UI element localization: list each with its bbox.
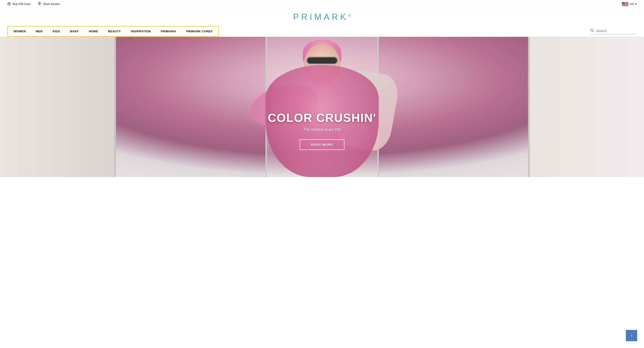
nav-items-container: WOMEN MEN KIDS BABY HOME BEAUTY INSPIRAT… [7,26,219,37]
svg-rect-14 [622,5,628,6]
svg-rect-11 [622,4,628,5]
search-area[interactable] [590,28,637,34]
hero-door-right [528,37,644,177]
search-icon [590,28,594,33]
nav-item-kids[interactable]: KIDS [48,26,65,36]
top-bar-left: Buy Gift Card Store locator [7,2,60,6]
logo-text: PRIMARK [293,12,348,22]
hero-cta-button[interactable]: READ MORE [300,139,344,150]
hero-door-left [0,37,116,177]
gift-icon [7,2,11,6]
person-glasses [306,56,338,64]
search-input[interactable] [596,29,637,33]
hero-person [232,37,413,177]
svg-rect-12 [622,5,628,5]
svg-rect-13 [622,5,628,5]
country-selector[interactable]: ★★★★★★ ★★★★★ ★★★★★★ ★★★★★ ★★★★★★ US ▾ [622,2,637,6]
nav-item-men[interactable]: MEN [31,26,48,36]
svg-point-22 [591,29,593,31]
svg-rect-10 [622,4,628,4]
nav-item-primark-cares[interactable]: PRIMARK CARES [181,26,218,36]
nav-item-primania[interactable]: PRIMANIA [156,26,181,36]
nav-item-women[interactable]: WOMEN [8,26,31,36]
logo-symbol: ® [348,13,351,17]
header: PRIMARK® [0,8,644,26]
nav-bar: WOMEN MEN KIDS BABY HOME BEAUTY INSPIRAT… [0,26,644,37]
store-locator-link[interactable]: Store locator [38,2,60,6]
nav-item-baby[interactable]: BABY [65,26,84,36]
nav-item-home[interactable]: HOME [84,26,103,36]
buy-gift-card-link[interactable]: Buy Gift Card [7,2,30,6]
country-label: US [630,2,634,6]
svg-point-1 [39,3,40,4]
hero-content: COLOR CRUSHIN' The hottest hues RN READ … [0,111,644,150]
nav-item-inspiration[interactable]: INSPIRATION [126,26,156,36]
svg-rect-15 [622,6,628,6]
svg-line-23 [593,31,594,32]
nav-item-beauty[interactable]: BEAUTY [103,26,126,36]
chevron-down-icon: ▾ [635,2,637,6]
top-bar: Buy Gift Card Store locator [0,0,644,8]
hero-subtitle: The hottest hues RN [0,127,644,132]
site-logo[interactable]: PRIMARK® [293,12,351,22]
us-flag-icon: ★★★★★★ ★★★★★ ★★★★★★ ★★★★★ ★★★★★★ [622,2,628,6]
location-icon [38,2,41,6]
buy-gift-card-label: Buy Gift Card [13,2,30,6]
hero-title: COLOR CRUSHIN' [0,111,644,125]
hero-section: COLOR CRUSHIN' The hottest hues RN READ … [0,37,644,177]
store-locator-label: Store locator [43,2,60,6]
